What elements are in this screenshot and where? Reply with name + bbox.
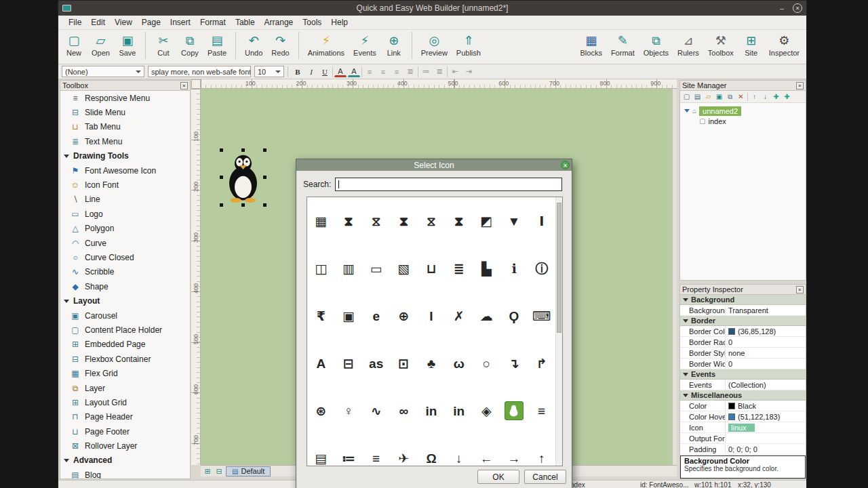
bullet-list-button[interactable]: ≔ xyxy=(420,66,432,77)
toolbox-item-layout-grid[interactable]: ⊞ Layout Grid xyxy=(60,395,190,409)
toolbox-section-advanced[interactable]: Advanced xyxy=(60,453,190,468)
fa-icon-italic[interactable]: I xyxy=(418,292,446,340)
resize-handle-w[interactable] xyxy=(220,176,223,179)
resize-handle-sw[interactable] xyxy=(220,203,223,207)
color-swatch[interactable] xyxy=(728,403,735,409)
inspector-section-border[interactable]: Border xyxy=(680,316,806,326)
fa-icon-long-arrow-right[interactable]: → xyxy=(500,434,528,466)
fa-icon-intersex[interactable]: ⊕ xyxy=(390,292,418,340)
dialog-close-icon[interactable]: ✕ xyxy=(561,161,570,169)
fa-icon-list[interactable]: ≡ xyxy=(528,387,555,434)
fa-icon-instagram[interactable]: ▣ xyxy=(335,292,363,340)
fa-icon-joomla[interactable]: ✗ xyxy=(445,292,473,340)
page-tab-default[interactable]: ▤ Default xyxy=(226,466,271,476)
blocks-button[interactable]: ▦ Blocks xyxy=(578,32,603,58)
copy-button[interactable]: ⧉ Copy xyxy=(180,32,200,58)
toolbar-separator[interactable] xyxy=(298,32,299,59)
resize-handle-n[interactable] xyxy=(241,148,245,152)
toolbox-item-logo[interactable]: ▭ Logo xyxy=(60,207,190,221)
fa-icon-location-arrow[interactable]: ✈ xyxy=(390,434,418,466)
split-view-icon[interactable]: ⊟ xyxy=(214,467,224,476)
inspector-row[interactable]: Border Radius 0 xyxy=(680,337,806,348)
sm-separator[interactable] xyxy=(747,93,748,101)
style-dropdown[interactable]: (None) xyxy=(62,66,144,77)
fa-icon-list-ol[interactable]: ≔ xyxy=(335,434,363,466)
fa-icon-level-up[interactable]: ↱ xyxy=(528,340,555,387)
toolbar-separator[interactable] xyxy=(412,32,412,59)
rulers-button[interactable]: ⊿ Rulers xyxy=(676,32,701,58)
toolbox-item-tab-menu[interactable]: ⊔ Tab Menu xyxy=(60,120,190,134)
formatbar-separator[interactable] xyxy=(418,66,418,77)
inspector-row[interactable]: Output Forma xyxy=(680,433,806,444)
toolbox-item-embedded-page[interactable]: ⊞ Embedded Page xyxy=(60,338,190,352)
toolbox-item-scribble[interactable]: ∿ Scribble xyxy=(60,265,190,279)
fa-icon-language[interactable]: A xyxy=(307,340,335,387)
objects-button[interactable]: ⧉ Objects xyxy=(642,32,670,58)
font-dropdown[interactable]: splay more, non web-safe fonts xyxy=(148,66,251,77)
italic-button[interactable]: I xyxy=(305,66,317,77)
fa-icon-houzz[interactable]: ◩ xyxy=(473,197,500,245)
fa-icon-linode[interactable]: ◈ xyxy=(473,387,500,434)
fa-icon-linkedin-square[interactable]: in xyxy=(445,387,473,434)
menu-edit[interactable]: Edit xyxy=(86,16,110,28)
toolbox-item-text-menu[interactable]: ≣ Text Menu xyxy=(60,134,190,148)
underline-button[interactable]: U xyxy=(319,66,331,77)
toolbox-item-layer[interactable]: ⧉ Layer xyxy=(60,381,190,395)
fa-icon-linkedin[interactable]: in xyxy=(418,387,446,434)
fa-icon-long-arrow-left[interactable]: ← xyxy=(473,434,500,466)
toolbox-item-content-place-holder[interactable]: ▢ Content Place Holder xyxy=(60,323,190,337)
align-right-button[interactable]: ≡ xyxy=(391,66,403,77)
animations-button[interactable]: ⚡ Animations xyxy=(307,32,346,58)
inspector-row[interactable]: Background M Transparent xyxy=(680,305,806,316)
inspector-row[interactable]: Border Style none xyxy=(680,348,806,359)
inspector-section-miscellaneous[interactable]: Miscellaneous xyxy=(680,390,806,401)
menu-format[interactable]: Format xyxy=(195,16,231,28)
fa-icon-level-down[interactable]: ↴ xyxy=(500,340,528,387)
site-root-label[interactable]: unnamed2 xyxy=(699,106,741,116)
toolbox-item-responsive-menu[interactable]: ≡ Responsive Menu xyxy=(60,91,190,105)
toolbar-separator[interactable] xyxy=(145,32,146,59)
fa-icon-laptop[interactable]: ⊟ xyxy=(335,340,363,387)
sm-add-folder-button[interactable]: ✚ xyxy=(783,92,791,102)
open-button[interactable]: ▱ Open xyxy=(90,32,111,58)
publish-button[interactable]: ⇑ Publish xyxy=(455,32,482,58)
toolbox-item-page-header[interactable]: ⊓ Page Header xyxy=(60,410,190,424)
numbered-list-button[interactable]: ≣ xyxy=(433,66,446,77)
inspector-row[interactable]: Border Width 0 xyxy=(680,359,806,369)
fa-icon-linux[interactable] xyxy=(500,387,528,434)
fa-icon-hourglass-1[interactable]: ⧖ xyxy=(362,197,390,245)
fa-icon-info-circle[interactable]: ⓘ xyxy=(528,245,555,292)
fa-icon-lightbulb-o[interactable]: ♀ xyxy=(335,387,363,434)
formatbar-separator[interactable] xyxy=(361,66,362,77)
menu-page[interactable]: Page xyxy=(137,16,165,28)
font-size-dropdown[interactable]: 10 xyxy=(254,66,284,77)
sm-add-page-button[interactable]: ✚ xyxy=(772,92,781,102)
menu-help[interactable]: Help xyxy=(326,16,353,28)
site-button[interactable]: ⊞ Site xyxy=(741,32,762,58)
paste-button[interactable]: ▤ Paste xyxy=(206,32,228,58)
fa-icon-hotel[interactable]: ▦ xyxy=(307,197,335,245)
inspector-button[interactable]: ⚙ Inspector xyxy=(768,32,801,58)
toolbox-item-curve-closed[interactable]: ○ Curve Closed xyxy=(60,250,190,264)
fa-icon-industry[interactable]: ▙ xyxy=(473,245,500,292)
menu-arrange[interactable]: Arrange xyxy=(260,16,298,28)
resize-handle-se[interactable] xyxy=(263,203,267,207)
fa-icon-hourglass-3[interactable]: ⧖ xyxy=(418,197,446,245)
resize-handle-e[interactable] xyxy=(263,176,267,179)
sm-folder-button[interactable]: ▱ xyxy=(704,92,713,102)
fa-icon-id-card[interactable]: ▥ xyxy=(335,245,363,292)
link-button[interactable]: ⊕ Link xyxy=(384,32,404,58)
cut-button[interactable]: ✂ Cut xyxy=(153,32,174,58)
inspector-row[interactable]: Color Hover (51,122,183) xyxy=(680,411,806,422)
toolbox-button[interactable]: ⚒ Toolbox xyxy=(707,32,735,58)
toolbox-item-page-footer[interactable]: ⊔ Page Footer xyxy=(60,424,190,439)
scrollbar-thumb[interactable] xyxy=(557,203,561,333)
toolbox-item-slide-menu[interactable]: ⊟ Slide Menu xyxy=(60,105,190,119)
bold-button[interactable]: B xyxy=(292,66,304,77)
close-button[interactable]: ✕ xyxy=(793,3,802,13)
format-button[interactable]: ✎ Format xyxy=(610,32,636,58)
grid-view-icon[interactable]: ⊞ xyxy=(203,467,212,476)
save-button[interactable]: ▣ Save xyxy=(117,32,138,58)
sm-save-button[interactable]: ▣ xyxy=(715,92,724,102)
toolbox-item-flexbox-container[interactable]: ⊟ Flexbox Container xyxy=(60,352,190,366)
